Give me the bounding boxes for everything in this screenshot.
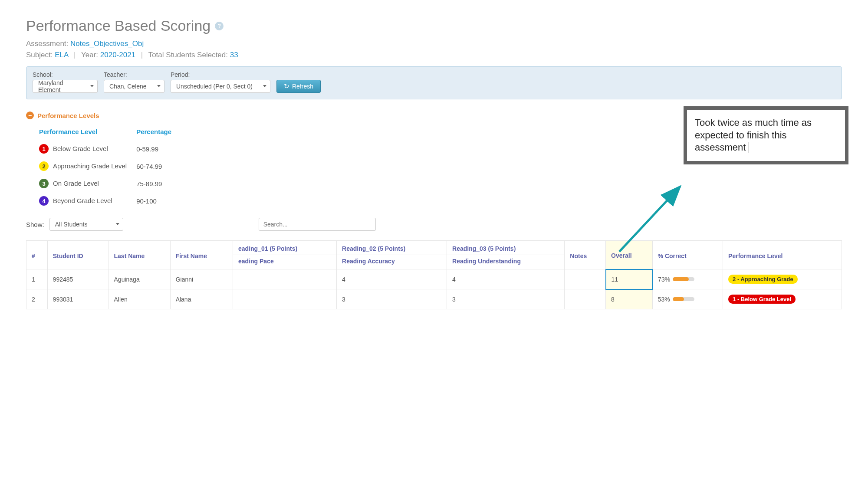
student-data-table: # Student ID Last Name First Name eading… [26, 240, 842, 309]
teacher-label: Teacher: [104, 71, 164, 78]
school-value: Maryland Element [38, 79, 86, 93]
cell-reading-01[interactable] [233, 269, 337, 289]
cell-last-name: Allen [108, 289, 170, 309]
cell-reading-02[interactable]: 3 [337, 289, 447, 309]
col-student-id[interactable]: Student ID [47, 241, 108, 269]
help-icon[interactable]: ? [215, 22, 224, 30]
levels-header-level: Performance Level [39, 125, 135, 140]
period-dropdown[interactable]: Unscheduled (Per 0, Sect 0) [171, 80, 270, 93]
level-badge-icon: 1 [39, 144, 49, 154]
cell-overall[interactable]: 8 [606, 289, 653, 309]
col-reading-03-sub: Reading Understanding [447, 255, 565, 269]
cell-last-name: Aguinaga [108, 269, 170, 289]
cell-student-id: 992485 [47, 269, 108, 289]
col-reading-02-sub: Reading Accuracy [337, 255, 447, 269]
col-reading-01-top: eading_01 (5 Points) [233, 241, 337, 255]
cell-overall[interactable]: 11 [606, 269, 653, 289]
caret-down-icon [116, 223, 119, 225]
col-first-name[interactable]: First Name [170, 241, 233, 269]
cell-reading-03[interactable]: 3 [447, 289, 565, 309]
caret-down-icon [90, 85, 94, 87]
refresh-icon [284, 82, 289, 90]
level-row: 2Approaching Grade Level 60-74.99 [39, 158, 180, 174]
level-pct: 75-89.99 [136, 175, 180, 192]
cell-pct: 53% [652, 289, 723, 309]
search-input[interactable] [259, 218, 376, 231]
assessment-line: Assessment: Notes_Objectives_Obj [26, 39, 842, 48]
assessment-value[interactable]: Notes_Objectives_Obj [70, 39, 144, 48]
callout-text: Took twice as much time as expected to f… [695, 117, 812, 153]
level-name: Beyond Grade Level [53, 197, 112, 204]
perf-level-pill: 1 - Below Grade Level [728, 295, 796, 304]
col-pct-correct[interactable]: % Correct [652, 241, 723, 269]
col-notes[interactable]: Notes [565, 241, 606, 269]
students-value[interactable]: 33 [230, 51, 238, 59]
progress-bar [673, 277, 694, 281]
refresh-button[interactable]: Refresh [276, 80, 321, 93]
level-pct: 60-74.99 [136, 158, 180, 174]
period-value: Unscheduled (Per 0, Sect 0) [176, 83, 253, 90]
year-value[interactable]: 2020-2021 [100, 51, 135, 59]
subject-label: Subject: [26, 51, 53, 59]
meta-line: Subject: ELA | Year: 2020-2021 | Total S… [26, 51, 842, 59]
section-title: Performance Levels [37, 112, 99, 119]
refresh-label: Refresh [292, 83, 313, 90]
cell-pct: 73% [652, 269, 723, 289]
col-perf-level[interactable]: Performance Level [723, 241, 842, 269]
subject-value[interactable]: ELA [55, 51, 68, 59]
teacher-dropdown[interactable]: Chan, Celene [104, 80, 164, 93]
col-reading-01-sub: eading Pace [233, 255, 337, 269]
level-name: Below Grade Level [53, 145, 108, 152]
col-num[interactable]: # [26, 241, 48, 269]
students-label: Total Students Selected: [148, 51, 228, 59]
show-dropdown[interactable]: All Students [49, 218, 123, 231]
pct-text: 73% [658, 276, 670, 283]
table-row: 1 992485 Aguinaga Gianni 4 4 11 73% 2 - … [26, 269, 842, 289]
table-row: 2 993031 Allen Alana 3 3 8 53% 1 - Below… [26, 289, 842, 309]
cell-notes[interactable] [565, 269, 606, 289]
cell-perf-level: 1 - Below Grade Level [723, 289, 842, 309]
caret-down-icon [263, 85, 266, 87]
perf-level-pill: 2 - Approaching Grade [728, 275, 798, 284]
cell-num: 1 [26, 269, 48, 289]
filter-bar: School: Maryland Element Teacher: Chan, … [26, 66, 842, 99]
cell-reading-03[interactable]: 4 [447, 269, 565, 289]
performance-levels-table: Performance Level Percentage 1Below Grad… [38, 125, 181, 210]
assessment-label: Assessment: [26, 39, 68, 48]
level-name: Approaching Grade Level [53, 162, 127, 170]
level-badge-icon: 2 [39, 161, 49, 171]
col-overall[interactable]: Overall [606, 241, 653, 269]
show-label: Show: [26, 221, 44, 228]
col-reading-03-top: Reading_03 (5 Points) [447, 241, 565, 255]
page-title: Performance Based Scoring [26, 17, 210, 34]
cell-notes[interactable] [565, 289, 606, 309]
col-last-name[interactable]: Last Name [108, 241, 170, 269]
pct-text: 53% [658, 296, 670, 303]
level-badge-icon: 4 [39, 196, 49, 206]
minus-icon: − [26, 111, 34, 119]
progress-bar [673, 297, 694, 301]
levels-header-pct: Percentage [136, 125, 180, 140]
show-value: All Students [55, 221, 88, 228]
note-callout[interactable]: Took twice as much time as expected to f… [684, 106, 848, 164]
school-label: School: [33, 71, 98, 78]
cell-first-name: Gianni [170, 269, 233, 289]
level-pct: 0-59.99 [136, 141, 180, 157]
level-pct: 90-100 [136, 193, 180, 209]
caret-down-icon [157, 85, 161, 87]
teacher-value: Chan, Celene [109, 83, 147, 90]
period-label: Period: [171, 71, 270, 78]
year-label: Year: [81, 51, 98, 59]
level-row: 4Beyond Grade Level 90-100 [39, 193, 180, 209]
level-badge-icon: 3 [39, 179, 49, 188]
cell-reading-01[interactable] [233, 289, 337, 309]
school-dropdown[interactable]: Maryland Element [33, 80, 98, 93]
cell-perf-level: 2 - Approaching Grade [723, 269, 842, 289]
cell-num: 2 [26, 289, 48, 309]
level-name: On Grade Level [53, 180, 99, 187]
col-reading-02-top: Reading_02 (5 Points) [337, 241, 447, 255]
cell-reading-02[interactable]: 4 [337, 269, 447, 289]
level-row: 1Below Grade Level 0-59.99 [39, 141, 180, 157]
cell-student-id: 993031 [47, 289, 108, 309]
cell-first-name: Alana [170, 289, 233, 309]
